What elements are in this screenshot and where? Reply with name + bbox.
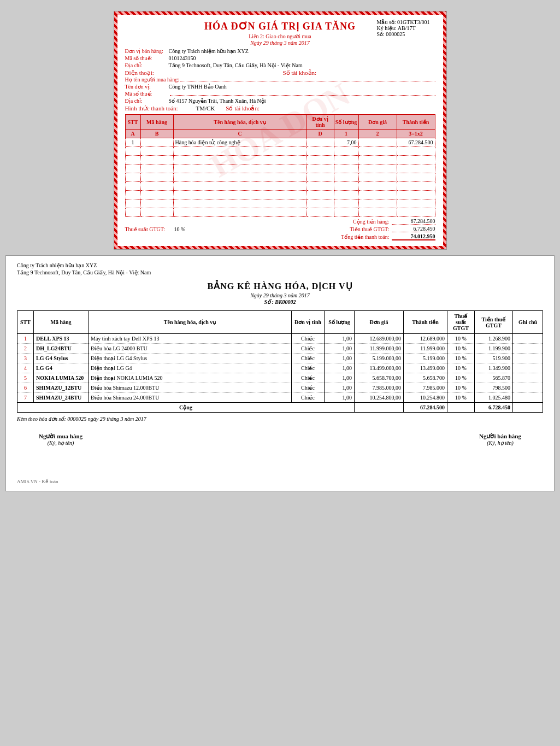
tong-label: Tổng tiền thanh toán: (125, 234, 392, 240)
th-don-gia: Đơn giá (358, 115, 397, 130)
invoice-row-1: 1 Hàng hóa điện tử, công nghệ 7,00 67.28… (125, 138, 435, 147)
bangke-note: Kèm theo hóa đơn số: 0000025 ngày 29 thá… (17, 416, 543, 422)
stk2-col: Số tài khoản: (226, 105, 435, 112)
ma-so-thue2-line: Mã số thuế: (125, 91, 435, 97)
tien-thue-label: Tiền thuế GTGT: (207, 226, 392, 232)
invoice-row-empty-8 (125, 208, 435, 217)
phone-account-row: Điện thoại: Số tài khoản: (125, 69, 435, 77)
invoice-row-empty-4 (125, 173, 435, 182)
invoice-row-empty-1 (125, 147, 435, 156)
bk-th-stt: STT (17, 311, 34, 334)
bk-th-dvt: Đơn vị tính (292, 311, 325, 334)
invoice-section: HOA DON In trên phần mềm MISA SME.NET 20… (114, 11, 447, 250)
ho-ten-line: Họ tên người mua hàng: (125, 77, 435, 83)
seller-sub: (Ký, họ tên) (479, 440, 521, 446)
invoice-table: STT Mã hàng Tên hàng hóa, dịch vụ Đơn vị… (125, 114, 435, 217)
th-ten-hang: Tên hàng hóa, dịch vụ (173, 115, 306, 130)
bk-th-ten: Tên hàng hóa, dịch vụ (89, 311, 292, 334)
stk2-label: Số tài khoản: (226, 105, 264, 112)
tong-value: 74.012.950 (392, 233, 435, 240)
bangke-title: BẢNG KÊ HÀNG HÓA, DỊCH VỤ (17, 281, 543, 291)
bangke-row-3: 3LG G4 StylusĐiện thoại LG G4 StylusChiế… (17, 354, 543, 363)
footer-note: AMIS.VN - Kế toán (17, 479, 543, 484)
cong-tienthue: 6.728.450 (475, 403, 513, 413)
row1-dvt (306, 138, 334, 147)
bk-th-tt: Thành tiền (404, 311, 447, 334)
seller-title: Người bán hàng (479, 433, 521, 440)
bangke-row-4: 4LG G4Điện thoại LG G4Chiếc1,0013.499.00… (17, 363, 543, 373)
don-vi-label: Đơn vị bán hàng: (125, 48, 169, 54)
bangke-total-row: Cộng 67.284.500 6.728.450 (17, 403, 543, 413)
th-stt: STT (125, 115, 140, 130)
bk-th-gc: Ghi chú (513, 311, 543, 334)
th-b: B (140, 130, 173, 138)
mst2-label: Mã số thuế: (125, 91, 169, 97)
don-vi-ban-hang-line: Đơn vị bán hàng: Công ty Trách nhiệm hữu… (125, 48, 435, 54)
tien-thue-value: 6.728.450 (392, 226, 435, 232)
tdv-value: Công ty TNHH Bảo Oanh (169, 84, 227, 90)
cong-dongia (355, 403, 404, 413)
hoten-label: Họ tên người mua hàng: (125, 77, 180, 83)
thue-suat-value: 10 % (174, 226, 207, 232)
bk-th-ts: Thuế suất GTGT (447, 311, 475, 334)
invoice-row-empty-2 (125, 156, 435, 165)
th-c: C (173, 130, 306, 138)
bk-th-ma: Mã hàng (34, 311, 89, 334)
cong-thanhtien: 67.284.500 (404, 403, 447, 413)
total-row: Tổng tiền thanh toán: 74.012.950 (125, 233, 435, 240)
th-d: D (306, 130, 334, 138)
bangke-row-1: 1DELL XPS 13Máy tính xách tay Dell XPS 1… (17, 334, 543, 344)
thue-suat-label: Thuế suất GTGT: (125, 226, 174, 232)
invoice-row-empty-5 (125, 182, 435, 191)
th-sl: Số lượng (334, 115, 358, 130)
th-1: 1 (334, 130, 358, 138)
buyer-title: Người mua hàng (39, 433, 82, 440)
cong-thuesuat (447, 403, 475, 413)
bangke-section: Công ty Trách nhiệm hữu hạn XYZ Tầng 9 T… (5, 255, 555, 491)
ky-hieu-label: Ký hiệu: AB/17T (377, 25, 430, 31)
th-2: 2 (358, 130, 397, 138)
bk-th-sl: Số lượng (325, 311, 355, 334)
invoice-row-empty-7 (125, 199, 435, 208)
invoice-date: Ngày 29 tháng 3 năm 2017 (125, 40, 435, 46)
cong-label-cell: Cộng (17, 403, 355, 413)
invoice-row-empty-3 (125, 165, 435, 173)
mst-label: Mã số thuế: (125, 55, 169, 61)
ten-don-vi-line: Tên đơn vị: Công ty TNHH Bảo Oanh (125, 84, 435, 90)
bangke-date: Ngày 29 tháng 3 năm 2017 (17, 292, 543, 298)
cong-ghichu (513, 403, 543, 413)
dc-label: Địa chỉ: (125, 62, 169, 68)
bangke-row-5: 5NOKIA LUMIA 520Điện thoại NOKIA LUMIA 5… (17, 373, 543, 383)
th-a: A (125, 130, 140, 138)
bangke-table: STT Mã hàng Tên hàng hóa, dịch vụ Đơn vị… (17, 310, 543, 413)
phone-col: Điện thoại: (125, 69, 278, 77)
mau-so-label: Mẫu số: 01GTKT3/001 (377, 19, 430, 25)
tdv-label: Tên đơn vị: (125, 84, 169, 90)
ma-so-thue-line: Mã số thuế: 0101243150 (125, 55, 435, 61)
th-thanh-tien: Thành tiền (397, 115, 435, 130)
dc-value: Tầng 9 Technosoft, Duy Tân, Cầu Giấy, Hà… (169, 62, 303, 68)
row1-ma (140, 138, 173, 147)
payment-col: Hình thức thanh toán: TM/CK (125, 105, 215, 112)
httt-label: Hình thức thanh toán: (125, 105, 196, 112)
account-col: Số tài khoản: (283, 69, 435, 77)
bk-th-tthue: Tiền thuế GTGT (475, 311, 513, 334)
invoice-row-empty-6 (125, 191, 435, 199)
row1-dongia (358, 138, 397, 147)
company-line1: Công ty Trách nhiệm hữu hạn XYZ (17, 262, 543, 268)
th-3: 3=1x2 (397, 130, 435, 138)
stk-label: Số tài khoản: (283, 69, 327, 77)
row1-ten: Hàng hóa điện tử, công nghệ (173, 138, 306, 147)
dia-chi2-line: Địa chỉ: Số 4157 Nguyễn Trãi, Thanh Xuân… (125, 98, 435, 104)
seller-signature: Người bán hàng (Ký, họ tên) (479, 433, 521, 446)
row1-stt: 1 (125, 138, 140, 147)
dc2-value: Số 4157 Nguyễn Trãi, Thanh Xuân, Hà Nội (169, 98, 266, 104)
th-ma-hang: Mã hàng (140, 115, 173, 130)
company-line2: Tầng 9 Technosoft, Duy Tân, Cầu Giấy, Hà… (17, 269, 543, 275)
cong-tien-hang-row: Cộng tiền hàng: 67.284.500 (125, 218, 435, 225)
invoice-mau-so-block: Mẫu số: 01GTKT3/001 Ký hiệu: AB/17T Số: … (377, 19, 430, 37)
dc2-label: Địa chỉ: (125, 98, 169, 104)
phone-label: Điện thoại: (125, 69, 154, 77)
signature-area: Người mua hàng (Ký, họ tên) Người bán hà… (17, 433, 543, 446)
mst-value: 0101243150 (169, 55, 196, 61)
